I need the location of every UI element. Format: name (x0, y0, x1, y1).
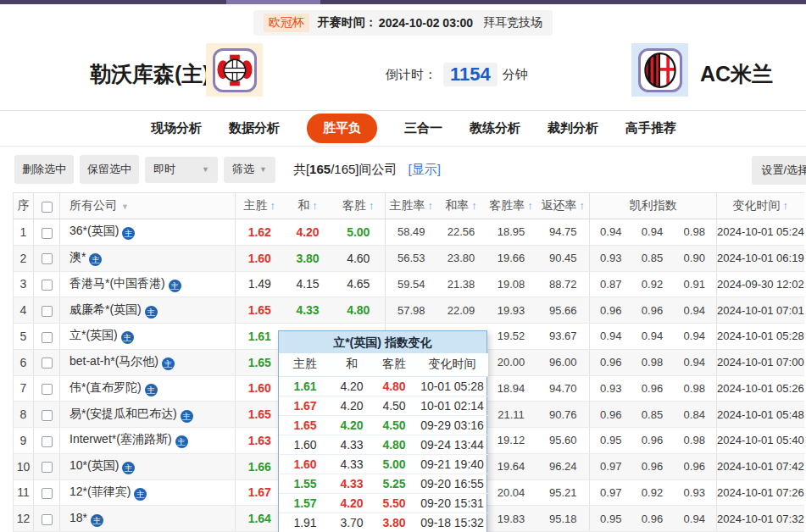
company-filter-icon[interactable]: ▼ (121, 202, 129, 211)
away-odds-cell[interactable]: 4.65 (332, 271, 386, 297)
away-odds-cell[interactable]: 5.00 (332, 219, 386, 246)
col-draw-rate[interactable]: 和率↑ (437, 193, 486, 219)
col-draw-odds[interactable]: 和↑ (284, 193, 332, 219)
company-cell[interactable]: 10*(英国)主 (60, 453, 236, 479)
company-cell[interactable]: 18*主 (60, 506, 236, 532)
draw-odds-cell[interactable]: 4.33 (284, 297, 332, 324)
col-away-rate[interactable]: 客胜率↑ (486, 193, 537, 219)
home-odds-cell[interactable]: 1.65 (236, 349, 284, 375)
home-rate-cell: 58.49 (386, 219, 437, 246)
home-odds-cell[interactable]: 1.67 (236, 479, 284, 506)
company-cell[interactable]: 威廉希*(英国)主 (60, 297, 236, 324)
home-odds: 1.65 (248, 407, 271, 421)
popup-away-odds-cell: 4.50 (372, 396, 416, 415)
company-cell[interactable]: 立*(英国)主 (60, 324, 236, 350)
draw-odds-cell[interactable]: 4.15 (284, 271, 332, 297)
home-odds: 1.67 (248, 485, 271, 499)
company-cell[interactable]: 36*(英国)主 (60, 219, 236, 246)
company-cell[interactable]: 伟*(直布罗陀)主 (60, 375, 236, 402)
col-away-odds[interactable]: 客胜↑ (332, 193, 386, 219)
home-odds: 1.63 (248, 434, 271, 447)
row-checkbox[interactable] (42, 514, 53, 525)
table-row: 3 香港马*(中国香港)主 1.49 4.15 4.65 59.54 21.38… (14, 271, 804, 297)
nav-tab[interactable]: 三合一 (404, 120, 442, 136)
kelly-draw-cell: 0.85 (632, 402, 673, 428)
away-odds-cell[interactable]: 4.60 (332, 245, 386, 271)
nav-tab[interactable]: 现场分析 (151, 120, 202, 136)
popup-draw-odds-cell: 4.33 (331, 454, 372, 474)
nav-tab[interactable]: 胜平负 (307, 114, 377, 143)
draw-odds-cell[interactable]: 4.20 (284, 219, 332, 246)
home-team-logo (206, 43, 263, 97)
draw-rate-cell: 21.38 (437, 271, 486, 297)
sort-asc-icon: ↑ (428, 199, 434, 212)
row-checkbox[interactable] (42, 384, 53, 395)
company-name: 36*(英国) (69, 224, 119, 237)
col-change-time[interactable]: 变化时间↑ (717, 193, 804, 219)
popup-away-odds: 4.80 (382, 380, 405, 393)
row-checkbox[interactable] (42, 436, 53, 447)
keep-selected-button[interactable]: 保留选中 (80, 155, 139, 184)
nav-tab[interactable]: 裁判分析 (548, 120, 598, 136)
company-count-suffix: /165]间公司 (331, 162, 397, 176)
row-checkbox[interactable] (42, 253, 53, 264)
row-checkbox[interactable] (42, 332, 53, 343)
col-home-rate[interactable]: 主胜率↑ (386, 193, 437, 219)
home-odds-cell[interactable]: 1.60 (236, 245, 284, 271)
company-cell[interactable]: 易*(安提瓜和巴布达)主 (60, 402, 236, 428)
popup-row: 1.91 3.70 3.80 09-18 15:32 (279, 513, 488, 532)
home-odds-cell[interactable]: 1.63 (236, 428, 284, 454)
payout-cell: 90.45 (537, 245, 590, 271)
home-odds-cell[interactable]: 1.66 (236, 453, 284, 479)
home-badge-icon: 主 (122, 227, 135, 240)
row-checkbox[interactable] (42, 357, 53, 369)
popup-draw-odds-cell: 4.20 (331, 376, 372, 396)
sort-asc-icon: ↑ (580, 199, 586, 212)
home-odds-cell[interactable]: 1.64 (236, 506, 284, 532)
settings-button[interactable]: 设置/选择 (752, 156, 806, 185)
filter-dropdown[interactable]: 筛选 ▼ (224, 157, 275, 183)
nav-tab[interactable]: 教练分析 (470, 120, 520, 136)
col-home-odds[interactable]: 主胜↑ (236, 193, 284, 219)
change-time-cell: 2024-10-01 07:01 (717, 297, 804, 324)
company-cell[interactable]: 澳*主 (60, 245, 236, 271)
away-odds-cell[interactable]: 4.80 (332, 297, 386, 324)
row-checkbox[interactable] (42, 306, 53, 317)
popup-row: 1.57 4.20 5.50 09-20 15:31 (279, 493, 488, 513)
company-cell[interactable]: 香港马*(中国香港)主 (60, 271, 236, 297)
change-time-cell: 2024-10-01 07:42 (717, 453, 804, 479)
col-payout[interactable]: 返还率↑ (537, 193, 590, 219)
nav-tab[interactable]: 数据分析 (229, 120, 280, 136)
payout-cell: 94.75 (537, 219, 590, 246)
draw-odds-cell[interactable]: 3.80 (284, 245, 332, 271)
home-odds-cell[interactable]: 1.62 (236, 219, 284, 246)
popup-draw-odds: 4.33 (340, 477, 363, 490)
nav-tab[interactable]: 高手推荐 (625, 120, 676, 136)
company-cell[interactable]: bet-at-h*(马尔他)主 (60, 349, 236, 375)
col-company[interactable]: 所有公司▼ (60, 193, 236, 219)
row-checkbox[interactable] (42, 462, 53, 473)
popup-home-odds: 1.55 (293, 477, 316, 490)
home-odds-cell[interactable]: 1.65 (236, 402, 284, 428)
row-checkbox[interactable] (42, 410, 53, 421)
home-odds-cell[interactable]: 1.60 (236, 375, 284, 402)
row-checkbox[interactable] (42, 228, 53, 239)
row-select-cell (34, 453, 60, 479)
home-odds-cell[interactable]: 1.65 (236, 297, 284, 324)
select-all-checkbox[interactable] (42, 202, 53, 213)
home-odds-cell[interactable]: 1.49 (236, 271, 284, 297)
home-odds-cell[interactable]: 1.61 (236, 324, 284, 350)
away-rate-cell: 19.12 (486, 428, 537, 454)
company-cell[interactable]: Interwet*(塞浦路斯)主 (60, 428, 236, 454)
popup-col-draw: 和 (331, 353, 372, 376)
row-checkbox[interactable] (42, 488, 53, 499)
leverkusen-crest-icon (216, 52, 253, 89)
show-link[interactable]: [显示] (409, 162, 441, 178)
popup-change-time: 10-01 02:14 (416, 396, 488, 415)
row-checkbox[interactable] (42, 280, 53, 291)
kelly-home-cell: 0.96 (590, 297, 632, 324)
delete-selected-button[interactable]: 删除选中 (14, 155, 74, 184)
company-cell[interactable]: 12*(菲律宾)主 (60, 479, 236, 506)
away-rate-cell: 19.64 (486, 453, 537, 479)
odds-mode-dropdown[interactable]: 即时 ▼ (145, 157, 218, 183)
